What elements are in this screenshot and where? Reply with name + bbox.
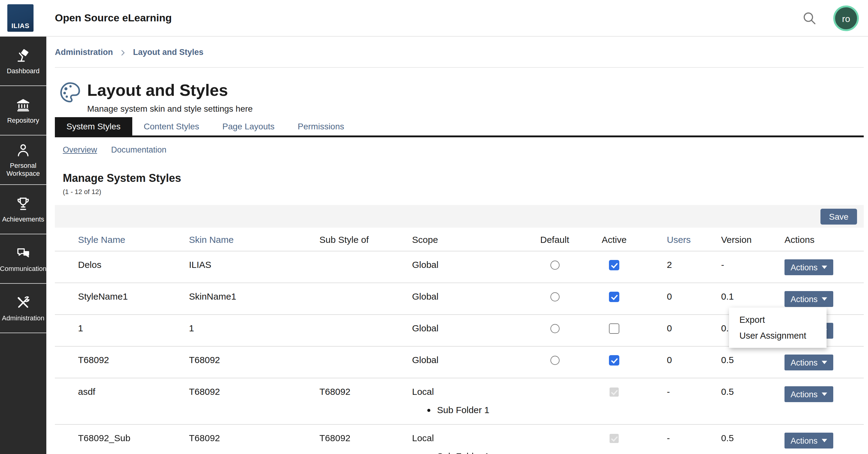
tab-content-styles[interactable]: Content Styles xyxy=(132,117,211,136)
row-actions-button[interactable]: Actions xyxy=(784,354,834,370)
users-cell: - xyxy=(643,386,697,397)
chevron-right-icon xyxy=(119,48,127,56)
dashboard-lamp-icon xyxy=(15,47,31,63)
dropdown-item-export[interactable]: Export xyxy=(729,312,827,328)
actions-cell: Actions xyxy=(761,259,864,275)
caret-down-icon xyxy=(822,439,828,443)
page-titles: Layout and Styles Manage system skin and… xyxy=(87,78,253,113)
section-head: Manage System Styles (1 - 12 of 12) xyxy=(55,172,864,195)
scope-value: Local xyxy=(412,433,524,444)
row-actions-button[interactable]: Actions xyxy=(784,259,834,275)
app-title: Open Source eLearning xyxy=(55,12,172,24)
dropdown-item-user-assignment[interactable]: User Assignment xyxy=(729,328,827,344)
actions-cell: Actions xyxy=(761,433,864,449)
table-row: Delos ILIAS Global 2 - Actions xyxy=(55,251,864,283)
avatar[interactable]: ro xyxy=(833,5,859,31)
default-radio[interactable] xyxy=(550,356,559,365)
tab-system-styles[interactable]: System Styles xyxy=(55,117,132,136)
default-cell xyxy=(524,323,585,333)
row-actions-button[interactable]: Actions xyxy=(784,433,834,449)
subtab-documentation[interactable]: Documentation xyxy=(111,145,167,154)
active-cell xyxy=(585,291,643,302)
actions-cell: Actions xyxy=(761,291,864,307)
mainbar: Dashboard Repository Personal Workspace … xyxy=(0,37,46,454)
active-cell xyxy=(585,259,643,270)
caret-down-icon xyxy=(822,392,828,396)
caret-down-icon xyxy=(822,297,828,301)
scope-sub-item: Sub Folder 1 xyxy=(437,451,524,454)
save-button[interactable]: Save xyxy=(820,208,857,224)
scope-cell: Global xyxy=(412,323,524,334)
version-cell: 0.5 xyxy=(697,354,761,366)
active-checkbox[interactable] xyxy=(609,323,619,334)
column-header-skin-name[interactable]: Skin Name xyxy=(189,234,319,245)
breadcrumb-layout-and-styles[interactable]: Layout and Styles xyxy=(133,47,204,56)
actions-cell: Actions xyxy=(761,354,864,370)
style-name-cell: asdf xyxy=(78,386,189,397)
default-cell xyxy=(524,291,585,302)
avatar-label: ro xyxy=(842,13,850,24)
sidebar-item-administration[interactable]: Administration xyxy=(0,284,46,333)
users-cell: - xyxy=(643,433,697,444)
actions-dropdown-menu: ExportUser Assignment xyxy=(729,308,827,348)
sidebar-item-label: Administration xyxy=(2,314,44,322)
tab-permissions[interactable]: Permissions xyxy=(286,117,356,136)
sidebar-item-achievements[interactable]: Achievements xyxy=(0,185,46,234)
scope-value: Global xyxy=(412,291,524,302)
ilias-logo[interactable]: ILIAS xyxy=(7,4,33,32)
main-content: AdministrationLayout and Styles Layout a… xyxy=(46,37,868,454)
sidebar-item-personal-workspace[interactable]: Personal Workspace xyxy=(0,136,46,185)
tab-page-layouts[interactable]: Page Layouts xyxy=(211,117,286,136)
default-cell xyxy=(524,259,585,270)
default-radio[interactable] xyxy=(550,261,559,270)
subtabs: OverviewDocumentation xyxy=(55,145,864,154)
default-radio[interactable] xyxy=(550,292,559,302)
topbar-right: ro xyxy=(802,0,859,37)
actions-button-label: Actions xyxy=(790,358,818,367)
active-cell xyxy=(585,433,643,443)
active-cell xyxy=(585,354,643,366)
active-checkbox[interactable] xyxy=(609,260,619,270)
scope-cell: Global xyxy=(412,259,524,270)
skin-name-cell: ILIAS xyxy=(189,259,319,270)
table-row: StyleName1 SkinName1 Global 0 0.1 Action… xyxy=(55,283,864,315)
active-checkbox[interactable] xyxy=(609,292,619,302)
sidebar-item-label: Communication xyxy=(0,264,46,273)
sidebar-item-dashboard[interactable]: Dashboard xyxy=(0,37,46,86)
style-name-cell: T68092_Sub xyxy=(78,433,189,444)
section-heading: Manage System Styles xyxy=(63,172,864,185)
default-cell xyxy=(524,354,585,365)
default-radio[interactable] xyxy=(550,324,559,333)
subtab-overview[interactable]: Overview xyxy=(63,145,97,154)
sidebar-item-communication[interactable]: Communication xyxy=(0,234,46,284)
scope-value: Global xyxy=(412,354,524,366)
search-icon[interactable] xyxy=(802,10,817,26)
style-name-cell: StyleName1 xyxy=(78,291,189,302)
column-header-sub-style-of: Sub Style of xyxy=(319,234,412,245)
column-header-style-name[interactable]: Style Name xyxy=(78,234,189,245)
achievements-trophy-icon xyxy=(15,196,31,211)
repository-bank-icon xyxy=(15,97,31,113)
table-row: T68092 T68092 Global 0 0.5 Actions xyxy=(55,347,864,378)
column-header-users[interactable]: Users xyxy=(643,234,697,245)
skin-name-cell: SkinName1 xyxy=(189,291,319,302)
sidebar-item-repository[interactable]: Repository xyxy=(0,86,46,136)
row-actions-button[interactable]: Actions xyxy=(784,386,834,402)
users-cell: 0 xyxy=(643,291,697,302)
column-header-default: Default xyxy=(524,234,585,245)
table-body: Delos ILIAS Global 2 - Actions StyleName… xyxy=(55,251,864,454)
system-styles-table: Style NameSkin NameSub Style ofScopeDefa… xyxy=(55,228,864,454)
users-cell: 0 xyxy=(643,354,697,366)
communication-chat-icon xyxy=(15,245,31,261)
scope-cell: Global xyxy=(412,291,524,302)
actions-cell: Actions xyxy=(761,386,864,402)
sidebar-item-label: Repository xyxy=(7,116,39,124)
table-toolbar: Save xyxy=(55,205,864,228)
page-head: Layout and Styles Manage system skin and… xyxy=(55,78,864,113)
row-actions-button[interactable]: Actions xyxy=(784,291,834,307)
scope-cell: Local Sub Folder 1 xyxy=(412,386,524,417)
active-checkbox xyxy=(610,388,619,397)
breadcrumb-administration[interactable]: Administration xyxy=(55,47,113,56)
version-cell: 0.1 xyxy=(697,291,761,302)
active-checkbox[interactable] xyxy=(609,355,619,366)
